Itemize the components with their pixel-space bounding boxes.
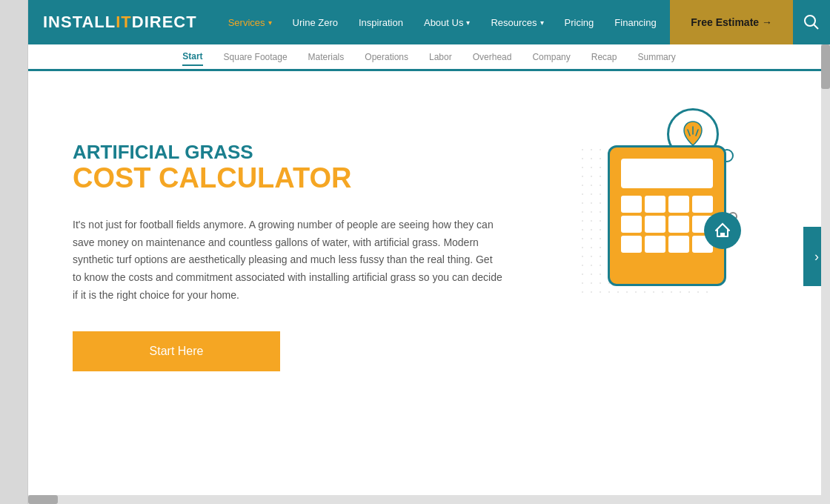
chevron-down-icon: ▾: [268, 19, 272, 27]
hero-text-block: ARTIFICIAL GRASS COST CALCULATOR It's no…: [73, 142, 562, 371]
search-icon: [803, 14, 820, 30]
calc-key: [668, 216, 689, 233]
hero-illustration: [593, 108, 771, 331]
grass-circle-icon: [678, 119, 708, 149]
svg-point-0: [805, 16, 815, 26]
scrollbar-thumb[interactable]: [821, 44, 830, 89]
sub-navigation: Start Square Footage Materials Operation…: [28, 44, 830, 71]
calc-screen: [621, 159, 713, 188]
calc-key: [645, 236, 665, 253]
hero-section: ARTIFICIAL GRASS COST CALCULATOR It's no…: [28, 71, 830, 442]
nav-item-inspiration[interactable]: Inspiration: [350, 11, 412, 34]
calc-key: [645, 196, 665, 213]
logo-it: IT: [116, 13, 132, 31]
top-navigation: INSTALLITDIRECT Services ▾ Urine Zero In…: [28, 0, 830, 44]
nav-item-services[interactable]: Services ▾: [219, 11, 281, 34]
bottom-scrollbar-thumb[interactable]: [28, 495, 58, 504]
nav-item-pricing[interactable]: Pricing: [556, 11, 603, 34]
nav-item-urine-zero[interactable]: Urine Zero: [284, 11, 347, 34]
start-here-button[interactable]: Start Here: [73, 331, 280, 371]
calc-key: [668, 236, 689, 253]
subnav-operations[interactable]: Operations: [365, 49, 408, 65]
home-icon-circle: [704, 212, 741, 249]
right-scrollbar[interactable]: [821, 44, 830, 504]
calc-key: [692, 196, 713, 213]
calc-key: [621, 196, 642, 213]
calc-key: [621, 216, 642, 233]
browser-frame: INSTALLITDIRECT Services ▾ Urine Zero In…: [0, 0, 830, 504]
search-button[interactable]: [793, 0, 830, 44]
subnav-materials[interactable]: Materials: [308, 49, 345, 65]
home-icon: [714, 222, 731, 239]
subnav-square-footage[interactable]: Square Footage: [224, 49, 288, 65]
hero-title: COST CALCULATOR: [73, 163, 562, 194]
subnav-company[interactable]: Company: [532, 49, 570, 65]
bottom-scrollbar[interactable]: [28, 495, 821, 504]
calc-key: [668, 196, 689, 213]
nav-item-resources[interactable]: Resources ▾: [482, 11, 552, 34]
calc-body: [608, 145, 726, 286]
free-estimate-button[interactable]: Free Estimate →: [670, 0, 793, 44]
chevron-down-icon: ▾: [540, 19, 544, 27]
main-content: INSTALLITDIRECT Services ▾ Urine Zero In…: [28, 0, 830, 504]
left-sidebar: [0, 0, 28, 504]
logo-text: INSTALLITDIRECT: [43, 13, 197, 31]
hero-description: It's not just for football fields anymor…: [73, 216, 502, 305]
chevron-down-icon: ▾: [466, 19, 470, 27]
subnav-labor[interactable]: Labor: [429, 49, 452, 65]
subnav-start[interactable]: Start: [182, 48, 202, 66]
chevron-right-icon: ›: [814, 249, 819, 265]
calc-key: [645, 216, 665, 233]
hero-subtitle: ARTIFICIAL GRASS: [73, 142, 562, 163]
subnav-summary[interactable]: Summary: [637, 49, 675, 65]
calculator-illustration: [593, 108, 741, 286]
nav-item-about-us[interactable]: About Us ▾: [415, 11, 479, 34]
svg-rect-2: [720, 233, 725, 236]
nav-links: Services ▾ Urine Zero Inspiration About …: [212, 11, 671, 34]
calc-key: [621, 236, 642, 253]
nav-item-financing[interactable]: Financing: [605, 11, 665, 34]
subnav-recap[interactable]: Recap: [591, 49, 617, 65]
subnav-overhead[interactable]: Overhead: [473, 49, 512, 65]
svg-line-1: [814, 24, 818, 29]
calc-grid: [621, 196, 713, 273]
logo[interactable]: INSTALLITDIRECT: [28, 13, 212, 32]
